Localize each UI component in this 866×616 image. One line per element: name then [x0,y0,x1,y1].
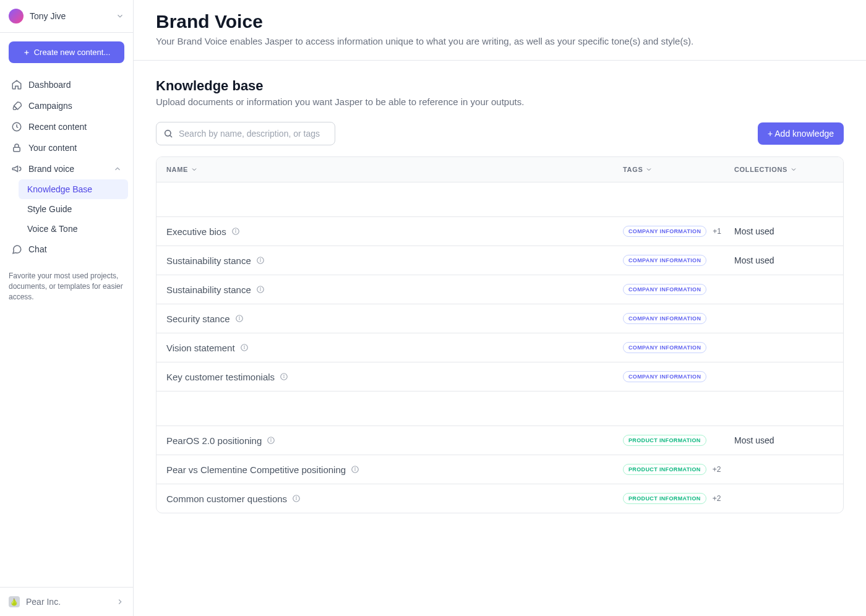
row-name: Common customer questions [166,494,287,504]
column-collections-label: COLLECTIONS [734,166,787,173]
subnav-style-guide[interactable]: Style Guide [19,199,128,219]
column-tags-label: TAGS [623,166,643,173]
subnav-knowledge-base[interactable]: Knowledge Base [19,179,128,199]
tag-pill[interactable]: COMPANY INFORMATION [623,284,706,295]
svg-point-32 [296,497,297,497]
row-tags-cell: COMPANY INFORMATION+1 [623,226,734,237]
search-wrap [156,122,335,145]
svg-rect-3 [14,147,20,152]
favorite-note: Favorite your most used projects, docume… [0,262,133,310]
info-icon[interactable] [292,494,301,503]
nav-chat[interactable]: Chat [5,239,128,260]
tag-pill[interactable]: COMPANY INFORMATION [623,226,706,237]
user-menu[interactable]: Tony Jive [0,0,133,33]
tag-pill[interactable]: COMPANY INFORMATION [623,313,706,324]
nav-dashboard[interactable]: Dashboard [5,74,128,95]
search-input[interactable] [156,122,335,145]
tag-pill[interactable]: COMPANY INFORMATION [623,342,706,353]
column-name-header[interactable]: NAME [166,166,623,173]
tag-pill[interactable]: PRODUCT INFORMATION [623,435,706,446]
add-knowledge-button[interactable]: + Add knowledge [758,122,844,145]
row-name-cell: Security stance [166,314,623,324]
table-header: NAME TAGS COLLECTIONS [156,157,843,182]
chevron-down-icon [790,166,797,173]
row-tags-cell: PRODUCT INFORMATION [623,435,734,446]
row-name-cell: Key customer testimonials [166,372,623,382]
main-content: Brand Voice Your Brand Voice enables Jas… [134,0,866,616]
row-tags-cell: COMPANY INFORMATION [623,371,734,382]
row-tags-cell: PRODUCT INFORMATION+2 [623,493,734,504]
collection-name: Most used [734,226,774,236]
nav-your-content[interactable]: Your content [5,137,128,158]
table-row[interactable]: Pear vs Clementine Competitive positioni… [156,455,843,484]
svg-point-14 [260,288,260,288]
nav-campaigns[interactable]: Campaigns [5,95,128,116]
org-logo: 🍐 [9,596,20,607]
tag-extra-count[interactable]: +2 [713,465,721,474]
info-icon[interactable] [280,372,288,381]
tag-pill[interactable]: PRODUCT INFORMATION [623,493,706,504]
info-icon[interactable] [351,465,359,474]
tag-pill[interactable]: COMPANY INFORMATION [623,255,706,266]
row-name: PearOS 2.0 positioning [166,435,262,446]
sidebar: Tony Jive Create new content... Dashboar… [0,0,134,616]
table-row[interactable]: Common customer questionsPRODUCT INFORMA… [156,484,843,513]
tag-extra-count[interactable]: +2 [713,494,721,503]
svg-point-4 [165,130,171,136]
table-row[interactable]: Vision statementCOMPANY INFORMATION [156,333,843,362]
collection-name: Most used [734,255,774,265]
page-header: Brand Voice Your Brand Voice enables Jas… [134,0,866,61]
info-icon[interactable] [256,285,265,294]
search-icon [163,129,173,139]
subnav-style-guide-label: Style Guide [27,204,72,214]
page-subtitle: Your Brand Voice enables Jasper to acces… [156,36,844,46]
table-row[interactable]: Executive biosCOMPANY INFORMATION+1Most … [156,216,843,246]
table-row[interactable]: Sustainability stanceCOMPANY INFORMATION… [156,246,843,275]
create-content-label: Create new content... [34,48,111,57]
table-row[interactable]: PearOS 2.0 positioningPRODUCT INFORMATIO… [156,426,843,455]
chevron-up-icon [113,165,122,173]
table-row[interactable]: Key customer testimonialsCOMPANY INFORMA… [156,362,843,391]
create-content-button[interactable]: Create new content... [9,41,124,63]
chevron-down-icon [645,166,653,173]
info-icon[interactable] [235,314,244,323]
table-body-group-1: Executive biosCOMPANY INFORMATION+1Most … [156,182,843,391]
org-switcher[interactable]: 🍐 Pear Inc. [0,587,133,616]
row-name-cell: Vision statement [166,343,623,353]
org-name: Pear Inc. [26,597,109,607]
table-row[interactable]: Security stanceCOMPANY INFORMATION [156,304,843,333]
subnav-voice-tone[interactable]: Voice & Tone [19,219,128,239]
chat-icon [11,244,22,255]
nav-recent[interactable]: Recent content [5,116,128,137]
info-icon[interactable] [240,343,249,352]
row-name-cell: Pear vs Clementine Competitive positioni… [166,464,623,475]
clock-icon [11,121,22,132]
avatar [9,9,24,24]
info-icon[interactable] [256,256,265,265]
info-icon[interactable] [231,227,240,236]
row-tags-cell: COMPANY INFORMATION [623,284,734,295]
row-tags-cell: PRODUCT INFORMATION+2 [623,464,734,475]
table-row[interactable]: Sustainability stanceCOMPANY INFORMATION [156,275,843,304]
nav-dashboard-label: Dashboard [28,80,71,90]
row-collection-cell: Most used [734,226,833,236]
column-tags-header[interactable]: TAGS [623,166,734,173]
row-collection-cell: Most used [734,255,833,265]
svg-point-11 [260,259,260,259]
page-title: Brand Voice [156,11,844,32]
home-icon [11,79,22,90]
nav-recent-label: Recent content [28,122,87,132]
tag-pill[interactable]: PRODUCT INFORMATION [623,464,706,475]
svg-point-26 [271,438,272,439]
column-name-label: NAME [166,166,188,173]
row-name-cell: Sustainability stance [166,284,623,295]
chevron-down-icon [116,12,124,20]
row-tags-cell: COMPANY INFORMATION [623,342,734,353]
chevron-down-icon [191,166,198,173]
tag-pill[interactable]: COMPANY INFORMATION [623,371,706,382]
column-collections-header[interactable]: COLLECTIONS [734,166,833,173]
tag-extra-count[interactable]: +1 [713,227,721,236]
info-icon[interactable] [267,436,275,445]
nav-brand-voice[interactable]: Brand voice [5,158,128,179]
svg-point-20 [244,346,244,346]
